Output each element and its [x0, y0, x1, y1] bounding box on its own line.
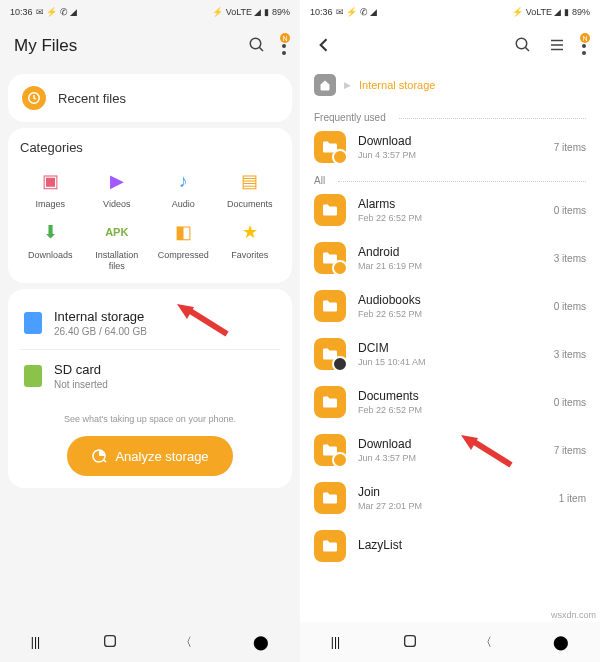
back-icon[interactable] [314, 35, 334, 58]
phone-storage-icon [24, 312, 42, 334]
recent-files-row[interactable]: Recent files [8, 74, 292, 122]
clock-icon [22, 86, 46, 110]
folder-icon [314, 530, 346, 562]
pie-search-icon [91, 448, 107, 464]
battery-percent: 89% [272, 7, 290, 17]
more-icon[interactable] [282, 37, 286, 55]
svg-point-3 [282, 44, 286, 48]
svg-rect-6 [105, 635, 116, 646]
breadcrumb[interactable]: ▶ Internal storage [314, 68, 586, 108]
categories-card: Categories ▣Images ▶Videos ♪Audio ▤Docum… [8, 128, 292, 283]
folder-icon [314, 338, 346, 370]
chevron-right-icon: ▶ [344, 80, 351, 90]
status-bar: 10:36 ✉ ⚡ ✆ ◢ ⚡ VoLTE ◢ ▮89% [0, 0, 300, 24]
status-bar: 10:36 ✉ ⚡ ✆ ◢ ⚡ VoLTE ◢ ▮89% [300, 0, 600, 24]
nav-accessibility[interactable]: ⬤ [553, 634, 569, 650]
folder-row[interactable]: DownloadJun 4 3:57 PM 7 items [314, 123, 586, 171]
folder-row[interactable]: DCIMJun 15 10:41 AM 3 items [314, 330, 586, 378]
category-documents[interactable]: ▤Documents [220, 169, 281, 210]
nav-recents[interactable]: ||| [31, 635, 40, 649]
folder-row[interactable]: AndroidMar 21 6:19 PM 3 items [314, 234, 586, 282]
folder-icon [314, 242, 346, 274]
watermark: wsxdn.com [551, 610, 596, 620]
folder-row[interactable]: JoinMar 27 2:01 PM 1 item [314, 474, 586, 522]
folder-download-icon [314, 131, 346, 163]
recent-files-label: Recent files [58, 91, 126, 106]
svg-line-1 [259, 47, 263, 51]
page-title: My Files [14, 36, 77, 56]
categories-title: Categories [20, 140, 280, 155]
category-apk[interactable]: APKInstallation files [87, 220, 148, 272]
nav-back[interactable]: 〈 [480, 634, 492, 651]
breadcrumb-current: Internal storage [359, 79, 435, 91]
svg-point-13 [582, 44, 586, 48]
category-images[interactable]: ▣Images [20, 169, 81, 210]
all-label: All [314, 175, 586, 186]
svg-point-12 [582, 37, 586, 41]
svg-rect-15 [405, 635, 416, 646]
search-icon[interactable] [514, 36, 532, 57]
svg-line-8 [525, 47, 529, 51]
category-videos[interactable]: ▶Videos [87, 169, 148, 210]
folder-icon [314, 290, 346, 322]
nav-home[interactable] [102, 633, 118, 652]
folder-row[interactable]: DownloadJun 4 3:57 PM 7 items [314, 426, 586, 474]
folder-icon [314, 194, 346, 226]
nav-home[interactable] [402, 633, 418, 652]
left-screen: 10:36 ✉ ⚡ ✆ ◢ ⚡ VoLTE ◢ ▮89% My Files Re… [0, 0, 300, 662]
category-downloads[interactable]: ⬇Downloads [20, 220, 81, 272]
folder-icon [314, 434, 346, 466]
sd-card-row[interactable]: SD cardNot inserted [20, 354, 280, 398]
nav-recents[interactable]: ||| [331, 635, 340, 649]
category-audio[interactable]: ♪Audio [153, 169, 214, 210]
folder-icon [314, 386, 346, 418]
list-view-icon[interactable] [548, 36, 566, 57]
folder-row[interactable]: AudiobooksFeb 22 6:52 PM 0 items [314, 282, 586, 330]
analyze-storage-button[interactable]: Analyze storage [67, 436, 232, 476]
app-bar [300, 24, 600, 68]
folder-row[interactable]: AlarmsFeb 22 6:52 PM 0 items [314, 186, 586, 234]
more-icon[interactable] [582, 37, 586, 55]
frequently-used-label: Frequently used [314, 112, 586, 123]
folder-row[interactable]: LazyList [314, 522, 586, 570]
home-icon[interactable] [314, 74, 336, 96]
right-screen: 10:36 ✉ ⚡ ✆ ◢ ⚡ VoLTE ◢ ▮89% ▶ Internal … [300, 0, 600, 662]
storage-card: Internal storage26.40 GB / 64.00 GB SD c… [8, 289, 292, 488]
nav-accessibility[interactable]: ⬤ [253, 634, 269, 650]
search-icon[interactable] [248, 36, 266, 57]
folder-icon [314, 482, 346, 514]
svg-point-2 [282, 37, 286, 41]
nav-back[interactable]: 〈 [180, 634, 192, 651]
sd-card-icon [24, 365, 42, 387]
category-favorites[interactable]: ★Favorites [220, 220, 281, 272]
category-compressed[interactable]: ◧Compressed [153, 220, 214, 272]
nav-bar: ||| 〈 ⬤ [300, 622, 600, 662]
svg-point-14 [582, 51, 586, 55]
app-bar: My Files [0, 24, 300, 68]
svg-point-0 [250, 38, 261, 49]
taking-up-text: See what's taking up space on your phone… [20, 414, 280, 424]
nav-bar: ||| 〈 ⬤ [0, 622, 300, 662]
svg-point-4 [282, 51, 286, 55]
battery-percent: 89% [572, 7, 590, 17]
status-time: 10:36 [310, 7, 333, 17]
folder-row[interactable]: DocumentsFeb 22 6:52 PM 0 items [314, 378, 586, 426]
status-time: 10:36 [10, 7, 33, 17]
svg-point-7 [516, 38, 527, 49]
internal-storage-row[interactable]: Internal storage26.40 GB / 64.00 GB [20, 301, 280, 345]
